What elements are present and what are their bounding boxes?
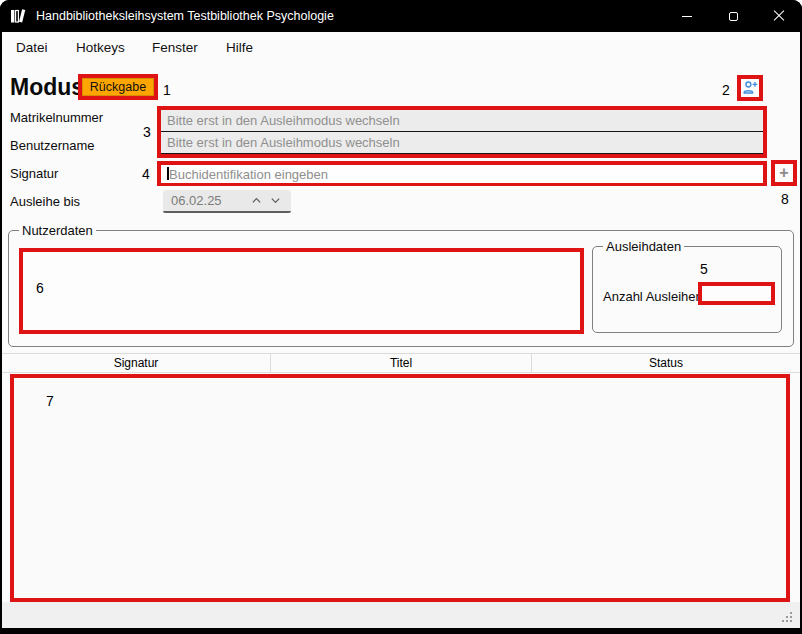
annotation-box-3	[157, 106, 767, 158]
annotation-box-8: +	[771, 160, 797, 186]
resize-grip-icon[interactable]	[782, 612, 784, 614]
window-title: Handbibliotheksleihsystem Testbibliothek…	[36, 9, 334, 23]
maximize-icon	[729, 12, 738, 21]
annotation-number-7: 7	[46, 393, 54, 409]
chevron-up-icon[interactable]	[251, 195, 262, 206]
nutzerdaten-title: Nutzerdaten	[19, 223, 96, 238]
annotation-number-3: 3	[143, 124, 151, 140]
table-header-titel[interactable]: Titel	[271, 354, 532, 372]
annotation-box-4	[157, 161, 767, 186]
signatur-input[interactable]	[161, 166, 763, 183]
table-header-status[interactable]: Status	[532, 354, 800, 372]
menu-item-hotkeys[interactable]: Hotkeys	[76, 40, 125, 55]
signatur-label: Signatur	[10, 166, 58, 181]
annotation-box-5	[698, 282, 775, 305]
annotation-number-5: 5	[700, 261, 708, 277]
titlebar: Handbibliotheksleihsystem Testbibliothek…	[0, 0, 802, 32]
modus-heading: Modus	[10, 74, 84, 101]
add-user-button[interactable]	[741, 79, 759, 97]
status-strip	[2, 602, 800, 628]
ausleihe-bis-label: Ausleihe bis	[10, 194, 80, 209]
annotation-number-4: 4	[142, 166, 150, 182]
close-icon	[773, 10, 785, 22]
window-controls	[664, 0, 802, 32]
loans-table-body[interactable]	[14, 378, 786, 598]
annotation-number-6: 6	[36, 280, 44, 296]
benutzername-label: Benutzername	[10, 138, 95, 153]
library-books-icon	[9, 7, 27, 25]
annotation-box-1: Rückgabe	[78, 74, 158, 100]
annotation-number-2: 2	[722, 82, 730, 98]
ausleihe-bis-date-field[interactable]: 06.02.25	[163, 190, 291, 213]
menu-item-fenster[interactable]: Fenster	[152, 40, 198, 55]
matrikelnummer-label: Matrikelnummer	[10, 110, 103, 125]
menu-item-datei[interactable]: Datei	[16, 40, 48, 55]
annotation-number-8: 8	[781, 191, 789, 207]
annotation-box-6	[19, 248, 584, 334]
add-book-button[interactable]: +	[775, 164, 793, 182]
mode-toggle-button[interactable]: Rückgabe	[82, 78, 154, 96]
chevron-down-icon[interactable]	[270, 195, 281, 206]
ausleihe-bis-value: 06.02.25	[163, 193, 251, 208]
anzahl-ausleihen-label: Anzahl Ausleihen	[603, 289, 703, 304]
person-add-icon	[742, 80, 758, 96]
ausleihdaten-title: Ausleihdaten	[603, 239, 684, 254]
anzahl-ausleihen-field[interactable]	[702, 286, 771, 301]
annotation-box-2	[737, 75, 763, 101]
maximize-button[interactable]	[710, 0, 756, 32]
app-window: Handbibliotheksleihsystem Testbibliothek…	[0, 0, 802, 634]
table-header-row: Signatur Titel Status	[2, 353, 800, 373]
annotation-number-1: 1	[163, 82, 171, 98]
matrikelnummer-input[interactable]	[161, 110, 763, 132]
table-header-signatur[interactable]: Signatur	[2, 354, 271, 372]
close-button[interactable]	[756, 0, 802, 32]
window-body: Datei Hotkeys Fenster Hilfe Modus Rückga…	[2, 32, 800, 628]
ausleihdaten-groupbox: Ausleihdaten Anzahl Ausleihen 5	[592, 246, 782, 333]
nutzerdaten-display-area	[23, 252, 580, 330]
minimize-icon	[682, 16, 692, 17]
minimize-button[interactable]	[664, 0, 710, 32]
text-caret	[167, 167, 169, 180]
benutzername-input[interactable]	[161, 132, 763, 154]
annotation-box-7	[10, 374, 790, 602]
menu-item-hilfe[interactable]: Hilfe	[226, 40, 253, 55]
